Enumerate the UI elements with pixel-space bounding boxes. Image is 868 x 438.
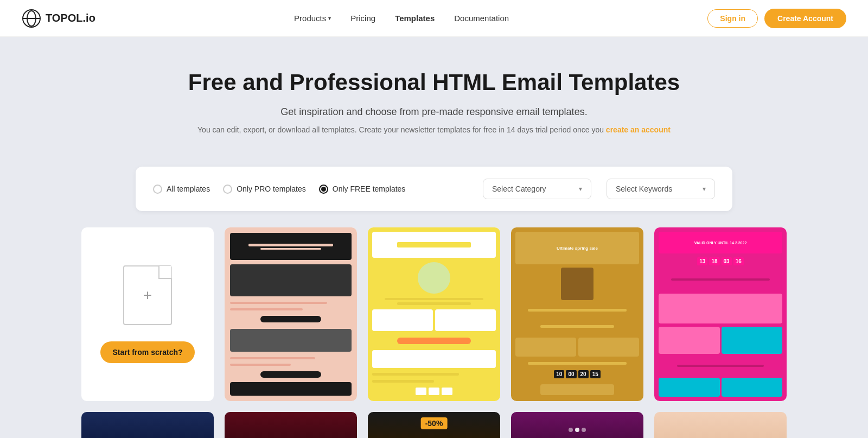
- radio-free-icon: [319, 185, 328, 194]
- logo[interactable]: TOPOL.io: [22, 9, 95, 28]
- hero-subtitle: Get inspiration and choose from pre-made…: [11, 106, 857, 118]
- nav-documentation[interactable]: Documentation: [454, 14, 509, 23]
- filter-bar: All templates Only PRO templates Only FR…: [136, 167, 732, 211]
- filter-free-templates[interactable]: Only FREE templates: [319, 185, 406, 194]
- main-nav: Products ▾ Pricing Templates Documentati…: [294, 14, 509, 23]
- chevron-down-icon: ▾: [703, 185, 706, 193]
- template-card-b4[interactable]: [511, 412, 643, 438]
- template-card-b1[interactable]: COMPANY: [81, 412, 214, 438]
- nav-products[interactable]: Products ▾: [294, 14, 331, 23]
- templates-bottom-row: COMPANY -50% Top wooden toys: [81, 412, 787, 438]
- hero-title: Free and Professional HTML Email Templat…: [11, 69, 857, 96]
- chevron-down-icon: ▾: [579, 185, 582, 193]
- templates-grid: + Start from scratch?: [81, 227, 787, 401]
- keywords-select[interactable]: Select Keywords ▾: [607, 179, 715, 199]
- hero-description: You can edit, export, or download all te…: [11, 125, 857, 134]
- template-card-1[interactable]: [225, 227, 357, 401]
- signin-button[interactable]: Sign in: [707, 9, 758, 28]
- category-select[interactable]: Select Category ▾: [483, 179, 591, 199]
- chevron-down-icon: ▾: [328, 15, 331, 21]
- start-from-scratch-button[interactable]: Start from scratch?: [100, 341, 194, 363]
- logo-text: TOPOL.io: [46, 12, 95, 24]
- main-header: TOPOL.io Products ▾ Pricing Templates Do…: [0, 0, 868, 37]
- header-actions: Sign in Create Account: [707, 9, 846, 28]
- template-card-3[interactable]: Ultimate spring sale 10 00 20: [511, 227, 643, 401]
- hero-section: Free and Professional HTML Email Templat…: [0, 37, 868, 156]
- filter-pro-templates[interactable]: Only PRO templates: [223, 185, 306, 194]
- template-card-2[interactable]: [368, 227, 500, 401]
- plus-icon: +: [143, 287, 152, 304]
- radio-all-icon: [153, 185, 162, 194]
- nav-templates[interactable]: Templates: [395, 14, 435, 23]
- template-card-b2[interactable]: [225, 412, 357, 438]
- create-account-button[interactable]: Create Account: [764, 9, 846, 28]
- template-filter-group: All templates Only PRO templates Only FR…: [153, 185, 405, 194]
- radio-pro-icon: [223, 185, 232, 194]
- template-card-b3[interactable]: -50%: [368, 412, 500, 438]
- template-card-b5[interactable]: Top wooden toys: [654, 412, 787, 438]
- template-card-4[interactable]: VALID ONLY UNTIL 14.2.2022 13 18 03 16: [654, 227, 787, 401]
- create-account-link[interactable]: create an account: [606, 125, 671, 134]
- templates-section: + Start from scratch?: [71, 227, 797, 438]
- nav-pricing[interactable]: Pricing: [350, 14, 375, 23]
- new-doc-icon: +: [123, 265, 172, 325]
- new-template-card[interactable]: + Start from scratch?: [81, 227, 214, 401]
- filter-all-templates[interactable]: All templates: [153, 185, 210, 194]
